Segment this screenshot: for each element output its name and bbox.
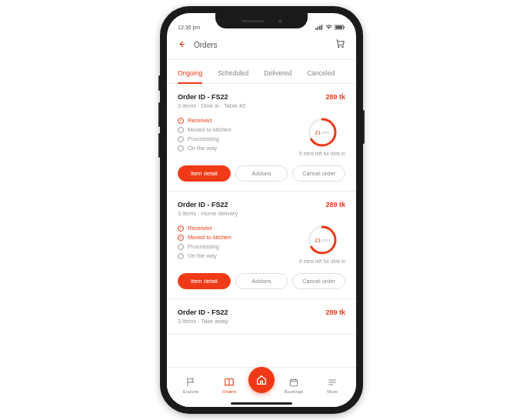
tab-scheduled[interactable]: Scheduled [218, 66, 248, 83]
svg-rect-5 [335, 25, 342, 28]
clock-icon [178, 253, 184, 259]
cancel-order-button[interactable]: Cancel order [292, 273, 345, 289]
svg-rect-2 [319, 25, 321, 29]
nav-home-fab[interactable] [248, 367, 275, 393]
order-actions: Item detail Addons Cancel order [178, 165, 345, 182]
step-processing: Proccessing [178, 243, 232, 250]
order-subtitle: 3 items · Dine in · Table #2 [178, 102, 345, 109]
clock-icon: ✓ [178, 118, 184, 124]
step-received: ✓Received [178, 225, 232, 232]
step-ontheway: On the way [178, 145, 232, 152]
order-subtitle: 3 items · Home delivery [178, 210, 345, 217]
addons-button[interactable]: Addons [235, 273, 288, 289]
bottom-nav: Explore Orders Bookings More [167, 367, 356, 407]
order-price: 289 tk [325, 93, 345, 101]
svg-rect-6 [344, 26, 345, 28]
phone-frame: 12:30 pm Orders Ongoing Scheduled Delive [160, 6, 363, 414]
home-icon [255, 374, 268, 386]
flag-icon [185, 377, 196, 388]
step-kitchen: ✓Moved to kitchen [178, 234, 232, 241]
timer-subtitle: 9 mins left for dine in [299, 258, 345, 264]
header: Orders [167, 32, 356, 59]
order-card: Order ID - FS22 289 tk 3 items · Home de… [167, 192, 356, 299]
order-subtitle: 3 items · Take away [178, 318, 345, 325]
timer-subtitle: 9 mins left for dine in [299, 151, 345, 156]
order-list: Order ID - FS22 289 tk 3 items · Dine in… [167, 84, 356, 368]
battery-icon [335, 25, 345, 30]
timer-value: 21 [315, 130, 321, 135]
order-id: Order ID - FS22 [178, 308, 228, 316]
timer: 21mins 9 mins left for dine in [299, 225, 345, 264]
item-detail-button[interactable]: Item detail [178, 273, 231, 289]
cancel-order-button[interactable]: Cancel order [292, 165, 345, 182]
screen: 12:30 pm Orders Ongoing Scheduled Delive [167, 13, 356, 407]
clock-icon [178, 127, 184, 133]
timer: 21mins 9 mins left for dine in [299, 117, 345, 156]
step-processing: Proccessing [178, 135, 232, 142]
clock-icon: ✓ [178, 235, 184, 241]
item-detail-button[interactable]: Item detail [178, 165, 231, 182]
menu-icon [327, 377, 338, 388]
order-card: Order ID - FS22 289 tk 3 items · Take aw… [167, 299, 356, 335]
step-ontheway: On the way [178, 252, 232, 259]
order-card: Order ID - FS22 289 tk 3 items · Dine in… [167, 84, 356, 192]
status-time: 12:30 pm [178, 25, 200, 30]
svg-rect-13 [290, 379, 297, 385]
order-steps: ✓Received ✓Moved to kitchen Proccessing … [178, 225, 232, 264]
nav-orders[interactable]: Orders [210, 377, 248, 394]
svg-rect-0 [315, 28, 317, 30]
timer-unit: mins [321, 238, 330, 242]
order-price: 289 tk [325, 308, 345, 316]
signal-icon [315, 25, 323, 30]
order-steps: ✓Received Moved to kitchen Proccessing O… [178, 117, 232, 156]
page-title: Orders [194, 41, 218, 49]
book-icon [224, 377, 235, 388]
clock-icon: ✓ [178, 225, 184, 232]
order-price: 289 tk [325, 201, 345, 208]
timer-unit: mins [321, 130, 330, 135]
calendar-icon [288, 377, 299, 388]
step-kitchen: Moved to kitchen [178, 126, 232, 133]
order-actions: Item detail Addons Cancel order [178, 273, 345, 289]
svg-point-8 [342, 46, 344, 48]
cart-icon[interactable] [335, 38, 345, 52]
tab-canceled[interactable]: Canceled [307, 66, 335, 83]
tab-ongoing[interactable]: Ongoing [178, 66, 202, 83]
order-id: Order ID - FS22 [178, 201, 228, 208]
home-indicator[interactable] [231, 402, 292, 405]
tabs: Ongoing Scheduled Delivered Canceled [167, 60, 356, 84]
wifi-icon [325, 25, 332, 30]
nav-bookings[interactable]: Bookings [275, 377, 313, 394]
back-icon[interactable] [178, 38, 186, 52]
nav-more[interactable]: More [313, 377, 351, 394]
status-icons [315, 25, 345, 30]
svg-rect-1 [318, 27, 319, 30]
tab-delivered[interactable]: Delivered [264, 66, 291, 83]
step-received: ✓Received [178, 117, 232, 124]
addons-button[interactable]: Addons [235, 165, 288, 182]
clock-icon [178, 136, 184, 142]
order-id: Order ID - FS22 [178, 93, 228, 101]
clock-icon [178, 145, 184, 152]
timer-value: 21 [315, 238, 321, 243]
svg-rect-3 [321, 25, 323, 30]
svg-point-7 [338, 46, 339, 48]
clock-icon [178, 244, 184, 250]
nav-explore[interactable]: Explore [172, 377, 210, 394]
